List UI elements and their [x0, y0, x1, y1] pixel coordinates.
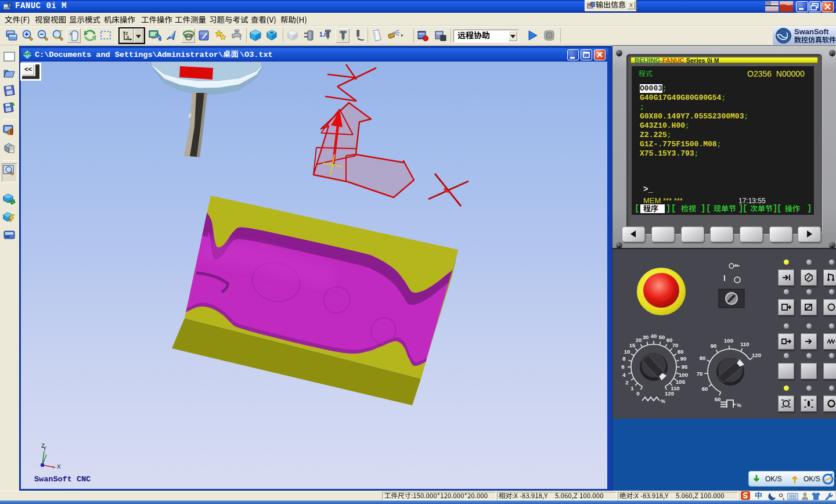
svg-text:X: X	[127, 35, 129, 39]
svg-text:15: 15	[629, 342, 636, 348]
svg-text:50: 50	[659, 334, 665, 340]
svg-text:X: X	[57, 463, 61, 470]
svg-text:90: 90	[711, 343, 717, 349]
svg-text:0: 0	[636, 390, 639, 397]
svg-text:Z: Z	[41, 443, 45, 449]
svg-text:8: 8	[622, 355, 625, 362]
svg-text:120: 120	[752, 352, 761, 358]
svg-text:60: 60	[666, 337, 673, 343]
svg-text:Z: Z	[125, 31, 128, 35]
svg-text:100: 100	[724, 337, 733, 344]
svg-text:90: 90	[680, 355, 687, 362]
svg-text:40: 40	[651, 333, 657, 339]
svg-text:%: %	[737, 402, 741, 408]
svg-text:6: 6	[621, 363, 624, 370]
svg-text:1.n: 1.n	[319, 31, 327, 38]
svg-text:2: 2	[625, 379, 628, 386]
svg-text:60: 60	[702, 386, 708, 392]
svg-text:20: 20	[636, 337, 642, 343]
svg-text:100: 100	[679, 372, 688, 378]
svg-text:4: 4	[622, 372, 626, 378]
svg-text:95: 95	[682, 363, 688, 370]
svg-text:70: 70	[672, 342, 679, 348]
svg-text:120: 120	[665, 390, 674, 397]
svg-text:50: 50	[715, 396, 721, 402]
svg-text:105: 105	[676, 379, 686, 385]
svg-text:30: 30	[643, 334, 649, 340]
svg-text:%: %	[661, 398, 665, 403]
svg-text:80: 80	[678, 348, 684, 355]
svg-text:80: 80	[700, 355, 706, 361]
svg-text:1: 1	[630, 385, 634, 391]
svg-text:10: 10	[624, 348, 630, 355]
svg-text:SwanSoft CNC: SwanSoft CNC	[34, 475, 91, 484]
svg-text:110: 110	[740, 341, 749, 347]
svg-text:70: 70	[697, 370, 703, 377]
